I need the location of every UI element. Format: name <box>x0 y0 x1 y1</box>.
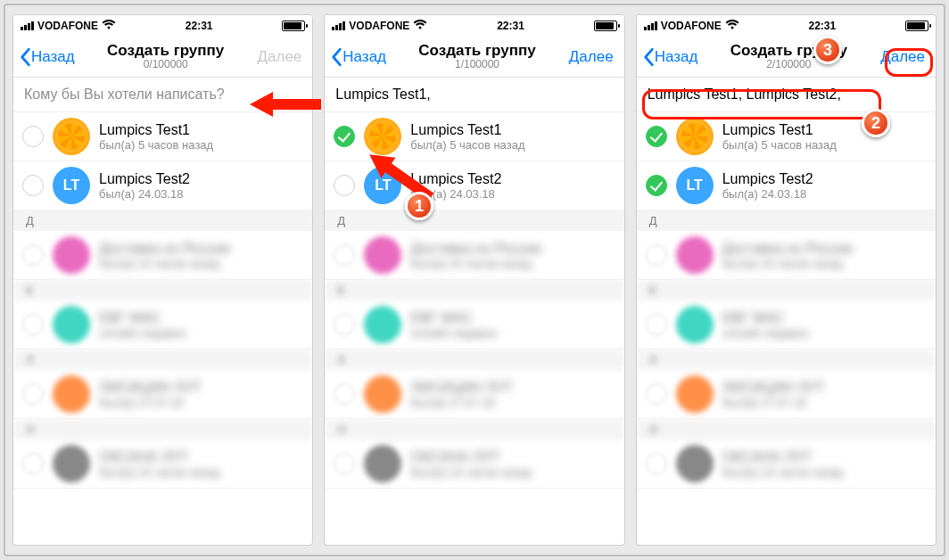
page-title: Создать группу <box>394 43 559 60</box>
battery-icon <box>594 21 617 31</box>
contact-name: Lumpics Test1 <box>722 121 928 138</box>
contact-row[interactable]: Lumpics Test1был(а) 5 часов назад <box>637 112 936 161</box>
battery-icon <box>905 21 928 31</box>
checkbox[interactable] <box>334 175 355 196</box>
nav-center: Создать группу 0/100000 <box>83 43 248 71</box>
contact-row-blurred[interactable]: ОКСАНА ЛУТбыл(а) 10 часов назад <box>13 440 312 489</box>
back-button[interactable]: Назад <box>330 47 394 67</box>
counter-label: 1/100000 <box>394 59 559 70</box>
svg-marker-0 <box>250 92 321 117</box>
carrier-label: VODAFONE <box>349 20 409 32</box>
badge-number: 1 <box>405 192 433 220</box>
section-header: Л <box>13 350 312 370</box>
contact-sub: был(а) 5 часов назад <box>99 138 305 152</box>
contact-row-blurred[interactable]: ЛИСИЦИН ЛУТбыл(а) 27.07.18 <box>325 370 623 419</box>
callout-badge-1: 1 <box>405 192 433 220</box>
section-header: Д <box>13 210 312 231</box>
contact-name: Lumpics Test1 <box>410 121 616 138</box>
contact-info: Lumpics Test2 был(а) 24.03.18 <box>99 170 305 202</box>
status-time: 22:31 <box>497 20 524 32</box>
avatar: LT <box>676 167 714 204</box>
contact-row-blurred[interactable]: ОКСАНА ЛУТбыл(а) 10 часов назад <box>325 440 623 489</box>
contact-row[interactable]: LT Lumpics Test2 был(а) 24.03.18 <box>13 161 312 210</box>
contact-row[interactable]: LT Lumpics Test2был(а) 24.03.18 <box>637 161 936 210</box>
contact-row-blurred[interactable]: ЛИСИЦИН ЛУТбыл(а) 27.07.18 <box>13 370 312 419</box>
section-header: О <box>13 419 312 440</box>
nav-bar: Назад Создать группу 0/100000 Далее <box>13 37 312 78</box>
checkbox-checked[interactable] <box>646 175 667 196</box>
back-label: Назад <box>655 48 698 66</box>
section-header: Д <box>325 210 623 231</box>
callout-badge-3: 3 <box>813 36 842 64</box>
contact-sub: был(а) 24.03.18 <box>722 187 928 202</box>
checkbox-checked[interactable] <box>334 126 355 147</box>
wifi-icon <box>102 20 116 33</box>
contact-sub: был(а) 5 часов назад <box>722 138 928 152</box>
counter-label: 2/100000 <box>706 59 871 70</box>
status-bar: VODAFONE 22:31 <box>637 15 936 37</box>
red-arrow-icon <box>250 88 321 124</box>
contact-sub: был(а) 5 часов назад <box>410 138 616 152</box>
wifi-icon <box>725 20 739 33</box>
contact-row-blurred[interactable]: ЕВГ МАСонлайн недавно <box>13 301 312 350</box>
status-bar: VODAFONE 22:31 <box>13 15 312 37</box>
counter-label: 0/100000 <box>83 59 248 70</box>
red-highlight-tokens <box>642 89 881 119</box>
contact-info: Lumpics Test1 был(а) 5 часов назад <box>99 121 305 152</box>
selected-tokens[interactable]: Lumpics Test1, <box>325 78 623 112</box>
status-time: 22:31 <box>808 20 836 32</box>
status-bar: VODAFONE 22:31 <box>325 15 623 37</box>
contact-row-blurred[interactable]: ОКСАНА ЛУТбыл(а) 10 часов назад <box>637 440 936 489</box>
back-button[interactable]: Назад <box>642 47 706 67</box>
checkbox-checked[interactable] <box>646 126 667 147</box>
section-header: Е <box>13 280 312 301</box>
back-button[interactable]: Назад <box>19 47 83 67</box>
chevron-left-icon <box>19 47 31 67</box>
status-right <box>282 21 305 31</box>
avatar <box>676 118 714 155</box>
red-highlight-next <box>885 48 933 77</box>
next-button[interactable]: Далее <box>560 48 619 66</box>
contact-sub: был(а) 24.03.18 <box>99 187 305 202</box>
contact-row-blurred[interactable]: Доставка из Россиибыл(а) 10 часов назад <box>637 231 936 280</box>
back-label: Назад <box>342 48 386 66</box>
contact-name: Lumpics Test2 <box>722 170 928 187</box>
next-button[interactable]: Далее <box>248 48 307 66</box>
section-header: Д <box>637 210 936 231</box>
contact-row-blurred[interactable]: Доставка из Россиибыл(а) 10 часов назад <box>325 231 623 280</box>
checkbox[interactable] <box>22 175 44 196</box>
contact-name: Lumpics Test2 <box>410 170 616 187</box>
callout-badge-2: 2 <box>862 109 890 137</box>
carrier-label: VODAFONE <box>661 20 722 32</box>
contact-row-blurred[interactable]: ЛИСИЦИН ЛУТбыл(а) 27.07.18 <box>637 370 936 419</box>
page-title: Создать группу <box>83 43 248 60</box>
battery-icon <box>282 21 305 31</box>
avatar <box>53 118 90 155</box>
carrier-label: VODAFONE <box>37 20 98 32</box>
badge-number: 3 <box>813 36 842 64</box>
back-label: Назад <box>31 48 75 66</box>
wifi-icon <box>413 20 427 33</box>
signal-icon <box>21 21 34 30</box>
status-left: VODAFONE <box>21 20 116 33</box>
badge-number: 2 <box>862 109 890 137</box>
chevron-left-icon <box>642 47 655 67</box>
nav-bar: Назад Создать группу1/100000 Далее <box>325 37 623 78</box>
contact-row-blurred[interactable]: ЕВГ МАСонлайн недавно <box>637 301 936 350</box>
contact-name: Lumpics Test2 <box>99 170 305 187</box>
avatar: LT <box>53 167 90 204</box>
checkbox[interactable] <box>22 126 44 147</box>
contact-row-blurred[interactable]: ЕВГ МАСонлайн недавно <box>325 301 623 350</box>
page-title: Создать группу <box>706 43 871 60</box>
phone-screen-2: VODAFONE 22:31 Назад Создать группу1/100… <box>324 14 624 546</box>
contact-sub: был(а) 24.03.18 <box>410 187 616 202</box>
stage: VODAFONE 22:31 Назад Создать группу 0/10… <box>4 4 945 556</box>
status-time: 22:31 <box>186 20 213 32</box>
chevron-left-icon <box>330 47 342 67</box>
contact-row-blurred[interactable]: Доставка из Россиибыл(а) 10 часов назад <box>13 231 312 280</box>
